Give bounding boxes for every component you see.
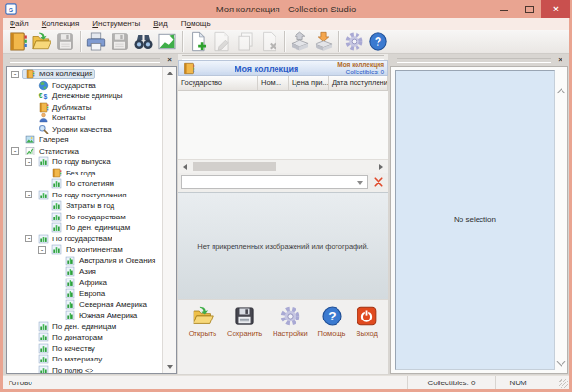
column-header[interactable]: Ном... <box>258 76 289 90</box>
barchart-icon <box>65 256 76 266</box>
close-button[interactable]: × <box>541 0 570 18</box>
power-icon <box>356 305 378 327</box>
help-button[interactable]: ? <box>366 31 390 53</box>
tree-item[interactable]: Государства <box>7 80 162 92</box>
tree-item-label: По столетиям <box>66 179 114 188</box>
tree-item-label: По качеству <box>52 344 95 353</box>
open-button[interactable]: Открыть <box>189 305 216 338</box>
tree-item-label: По государствам <box>52 235 112 243</box>
settings-button[interactable] <box>342 31 366 53</box>
remove-image-icon[interactable] <box>372 175 385 189</box>
tree-item[interactable]: По полю <> <box>7 365 162 374</box>
collapse-icon[interactable]: - <box>38 246 46 254</box>
tree-panel-close-icon[interactable]: × <box>164 55 174 65</box>
panel-grip[interactable] <box>182 55 384 60</box>
chevron-up-icon[interactable] <box>557 89 566 98</box>
page-edit-icon <box>212 31 232 52</box>
tree-item[interactable]: По материалу <box>7 354 162 365</box>
tree-item[interactable]: Африка <box>7 278 162 289</box>
column-header[interactable]: Дата поступлени <box>329 76 388 90</box>
tree-item-label: По году поступления <box>52 191 127 199</box>
tree-item[interactable]: -Моя коллекция <box>7 69 162 80</box>
tree-item[interactable]: По государствам <box>7 212 162 223</box>
save-button[interactable]: Сохранить <box>227 305 262 338</box>
tree-item[interactable]: Дубликаты <box>7 102 162 113</box>
tree-item[interactable]: -По государствам <box>7 234 162 245</box>
scroll-right-icon[interactable] <box>377 164 386 170</box>
chevron-down-icon[interactable] <box>557 358 566 367</box>
exit-button[interactable]: Выход <box>356 305 378 338</box>
menu-item[interactable]: Коллекция <box>35 18 87 30</box>
panel-grip[interactable] <box>397 58 551 63</box>
tree-item[interactable]: -По континентам <box>7 244 162 256</box>
toolbar-separator <box>338 31 339 52</box>
tree-scrollbar[interactable] <box>162 67 176 373</box>
page-delete-icon <box>259 31 279 52</box>
tree-item[interactable]: Без года <box>7 168 162 179</box>
help-button[interactable]: ?Помощь <box>318 305 346 338</box>
tree-item[interactable]: €$Денежные единицы <box>7 91 162 102</box>
collection-button[interactable] <box>6 31 30 53</box>
tree-item[interactable]: Галерея <box>7 134 162 146</box>
maximize-button[interactable] <box>517 0 541 18</box>
menu-item[interactable]: Файл <box>3 18 35 30</box>
minimize-button[interactable] <box>492 0 517 18</box>
tree-item[interactable]: Южная Америка <box>7 310 162 321</box>
open-collection-button[interactable] <box>30 31 53 53</box>
menu-item[interactable]: Инструменты <box>86 18 147 30</box>
folder-open-icon <box>192 305 214 327</box>
import-button[interactable] <box>312 31 336 53</box>
collapse-icon[interactable]: - <box>25 235 32 242</box>
page-add-icon <box>188 31 208 52</box>
scroll-thumb[interactable] <box>193 162 276 171</box>
tree-item[interactable]: Уровни качества <box>7 124 162 135</box>
tree-item[interactable]: Затраты в год <box>7 200 162 212</box>
status-end <box>541 376 569 389</box>
add-record-button[interactable] <box>186 31 210 53</box>
scroll-track[interactable] <box>163 79 176 361</box>
scroll-down-icon[interactable] <box>163 361 176 373</box>
tree-item[interactable]: По ден. единицам <box>7 321 162 333</box>
tree-item-label: По полю <> <box>52 366 93 373</box>
collapse-icon[interactable]: - <box>11 71 19 78</box>
print-button[interactable] <box>84 31 108 53</box>
barchart-icon <box>38 365 50 373</box>
tree-item[interactable]: По ден. единицам <box>7 222 162 234</box>
collapse-icon[interactable]: - <box>25 191 32 198</box>
scroll-left-icon[interactable] <box>180 164 190 170</box>
column-header[interactable]: Государство <box>178 76 258 90</box>
tree-item[interactable]: Контакты <box>7 113 162 124</box>
tree-item[interactable]: По донаторам <box>7 332 162 343</box>
settings-button[interactable]: Настройки <box>273 305 308 338</box>
table-body[interactable] <box>178 91 388 159</box>
panel-grip[interactable] <box>10 58 160 63</box>
resize-grip[interactable] <box>559 379 568 388</box>
tree-item[interactable]: -По году поступления <box>7 190 162 201</box>
tree-item[interactable]: Северная Америка <box>7 299 162 311</box>
tree-item[interactable]: Азия <box>7 266 162 278</box>
tree-item-label: Дубликаты <box>52 103 91 112</box>
tree-item-label: Азия <box>79 267 96 276</box>
column-header[interactable]: Цена при... <box>289 76 329 90</box>
tree-item-label: По государствам <box>66 213 126 221</box>
tree-item[interactable]: По качеству <box>7 343 162 355</box>
statistics-button[interactable] <box>155 31 179 53</box>
tree-item[interactable]: Европа <box>7 288 162 299</box>
image-combobox[interactable] <box>181 175 368 189</box>
menu-item[interactable]: Вид <box>147 18 174 30</box>
horizontal-scrollbar[interactable] <box>178 159 388 173</box>
search-button[interactable] <box>132 31 155 53</box>
tree-item[interactable]: -По году выпуска <box>7 156 162 168</box>
collapse-icon[interactable]: - <box>25 158 32 166</box>
tree-item[interactable]: -Статистика <box>7 146 162 157</box>
collapse-icon[interactable]: - <box>11 147 19 155</box>
menu-bar: ФайлКоллекцияИнструментыВидПомощь <box>3 18 569 30</box>
tree-item[interactable]: По столетиям <box>7 178 162 190</box>
scroll-up-icon[interactable] <box>163 67 176 79</box>
barchart-icon <box>38 234 50 244</box>
tree-item-label: По году выпуска <box>52 157 111 166</box>
details-panel-close-icon[interactable]: × <box>555 55 565 65</box>
tree-item[interactable]: Австралия и Океания <box>7 256 162 267</box>
export-button[interactable] <box>288 31 312 53</box>
menu-item[interactable]: Помощь <box>174 18 217 30</box>
